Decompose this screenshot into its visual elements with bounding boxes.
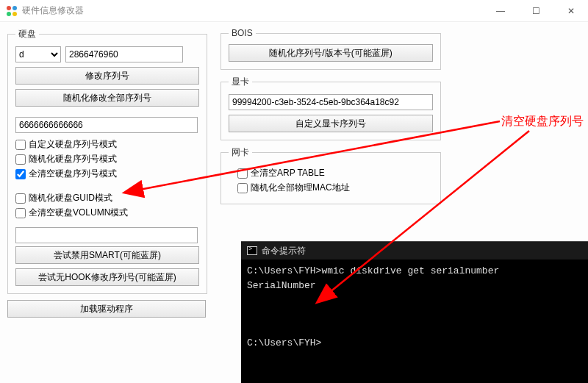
chk-custom-serial-label: 自定义硬盘序列号模式	[29, 138, 117, 151]
nic-legend: 网卡	[229, 146, 252, 159]
bios-legend: BOIS	[229, 28, 256, 38]
svg-point-0	[7, 6, 11, 10]
bios-random-button[interactable]: 随机化序列号/版本号(可能蓝屏)	[229, 44, 433, 62]
chk-random-serial[interactable]	[15, 154, 26, 165]
cmd-icon	[247, 246, 257, 255]
gpu-custom-button[interactable]: 自定义显卡序列号	[229, 115, 433, 132]
titlebar: 硬件信息修改器 — ☐ ✕	[0, 0, 588, 22]
hdd-group: 硬盘 d 修改序列号 随机化修改全部序列号 自定义硬盘序列号模式 随机化硬盘序列…	[7, 28, 207, 294]
modify-serial-button[interactable]: 修改序列号	[15, 67, 199, 85]
gpu-serial-input[interactable]	[229, 94, 433, 110]
window-controls: — ☐ ✕	[490, 6, 582, 16]
chk-custom-serial[interactable]	[15, 140, 26, 150]
chk-clear-arp-label: 全清空ARP TABLE	[251, 167, 325, 179]
titlebar-left: 硬件信息修改器	[6, 4, 84, 17]
chk-random-mac[interactable]	[237, 183, 248, 193]
hdd-custom-value-input[interactable]	[15, 117, 198, 133]
svg-point-1	[12, 6, 17, 10]
console-body[interactable]: C:\Users\FYH>wmic diskdrive get serialnu…	[241, 259, 588, 354]
chk-clear-serial-label: 全清空硬盘序列号模式	[29, 168, 117, 180]
chk-random-serial-label: 随机化硬盘序列号模式	[29, 153, 117, 165]
chk-clear-volumn-label: 全清空硬盘VOLUMN模式	[29, 207, 128, 219]
close-button[interactable]: ✕	[560, 6, 582, 16]
load-driver-button[interactable]: 加载驱动程序	[7, 300, 206, 318]
chk-clear-arp[interactable]	[237, 168, 248, 179]
chk-random-mac-label: 随机化全部物理MAC地址	[251, 182, 350, 194]
nic-group: 网卡 全清空ARP TABLE 随机化全部物理MAC地址	[220, 146, 441, 204]
svg-point-2	[7, 12, 11, 16]
app-icon	[6, 5, 18, 17]
console-window: 命令提示符 C:\Users\FYH>wmic diskdrive get se…	[241, 241, 588, 383]
nohook-serial-button[interactable]: 尝试无HOOK修改序列号(可能蓝屏)	[15, 268, 199, 286]
hdd-empty-input[interactable]	[15, 227, 198, 243]
gpu-legend: 显卡	[229, 76, 252, 88]
svg-point-3	[12, 12, 17, 16]
console-line1: C:\Users\FYH>wmic diskdrive get serialnu…	[247, 265, 499, 276]
hdd-legend: 硬盘	[15, 28, 39, 40]
console-prompt: C:\Users\FYH>	[247, 337, 321, 348]
minimize-button[interactable]: —	[490, 6, 512, 16]
random-all-serial-button[interactable]: 随机化修改全部序列号	[15, 89, 199, 107]
annotation-label: 清空硬盘序列号	[501, 114, 584, 129]
chk-clear-serial[interactable]	[15, 169, 26, 179]
disable-smart-button[interactable]: 尝试禁用SMART(可能蓝屏)	[15, 246, 199, 264]
console-title-text: 命令提示符	[262, 245, 306, 257]
gpu-group: 显卡 自定义显卡序列号	[220, 76, 441, 140]
maximize-button[interactable]: ☐	[525, 6, 547, 16]
console-line2: SerialNumber	[247, 280, 316, 291]
hdd-serial-input[interactable]	[65, 46, 183, 62]
console-titlebar: 命令提示符	[241, 242, 588, 259]
chk-clear-volumn[interactable]	[15, 208, 26, 218]
drive-select[interactable]: d	[15, 46, 61, 62]
chk-random-guid-label: 随机化硬盘GUID模式	[29, 192, 112, 204]
window-title: 硬件信息修改器	[22, 4, 84, 17]
chk-random-guid[interactable]	[15, 193, 26, 204]
bios-group: BOIS 随机化序列号/版本号(可能蓝屏)	[220, 28, 441, 70]
